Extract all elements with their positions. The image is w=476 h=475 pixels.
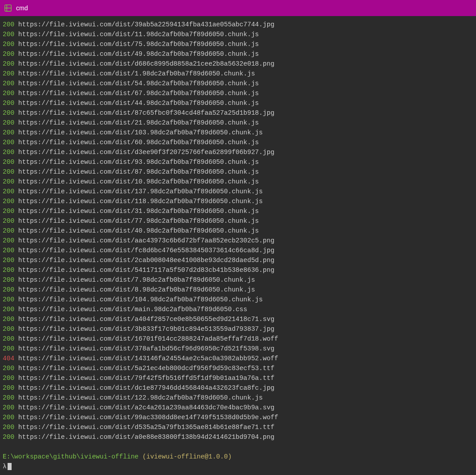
status-code: 200 [3, 267, 14, 274]
status-code: 200 [3, 365, 14, 372]
log-line: 200 https://file.iviewui.com/dist/7.98dc… [3, 275, 473, 285]
log-url: https://file.iviewui.com/dist/8.98dc2afb… [18, 286, 255, 293]
status-code: 200 [3, 414, 14, 421]
status-code: 200 [3, 345, 14, 352]
log-url: https://file.iviewui.com/dist/2cab008048… [18, 257, 274, 264]
log-line: 200 https://file.iviewui.com/dist/a0e88e… [3, 432, 473, 442]
status-code: 200 [3, 276, 14, 283]
log-line: 200 https://file.iviewui.com/dist/49.98d… [3, 49, 473, 59]
status-code: 200 [3, 394, 14, 401]
status-code: 200 [3, 286, 14, 293]
log-url: https://file.iviewui.com/dist/77.98dc2af… [18, 217, 259, 225]
status-code: 200 [3, 21, 14, 28]
log-line: 200 https://file.iviewui.com/dist/3b833f… [3, 324, 473, 334]
log-url: https://file.iviewui.com/dist/d3ee90f3f2… [18, 149, 274, 156]
log-line: 200 https://file.iviewui.com/dist/31.98d… [3, 206, 473, 216]
status-code: 200 [3, 31, 14, 38]
log-line: 200 https://file.iviewui.com/dist/122.98… [3, 393, 473, 403]
log-line: 200 https://file.iviewui.com/dist/10.98d… [3, 177, 473, 187]
log-line: 200 https://file.iviewui.com/dist/d686c8… [3, 59, 473, 69]
status-code: 200 [3, 316, 14, 323]
log-line: 200 https://file.iviewui.com/dist/378afa… [3, 344, 473, 354]
log-line: 200 https://file.iviewui.com/dist/87c65f… [3, 108, 473, 118]
status-code: 404 [3, 355, 14, 362]
log-line: 200 https://file.iviewui.com/dist/104.98… [3, 295, 473, 304]
status-code: 200 [3, 158, 14, 166]
log-line: 200 https://file.iviewui.com/dist/a404f2… [3, 314, 473, 324]
cursor [8, 463, 12, 470]
prompt-symbol: λ [3, 463, 7, 470]
status-code: 200 [3, 70, 14, 77]
log-line: 200 https://file.iviewui.com/dist/87.98d… [3, 167, 473, 177]
log-url: https://file.iviewui.com/dist/54117117a5… [18, 267, 274, 274]
status-code: 200 [3, 60, 14, 67]
status-code: 200 [3, 404, 14, 411]
log-url: https://file.iviewui.com/dist/d535a25a79… [18, 424, 274, 431]
titlebar: cmd [0, 0, 476, 16]
log-line: 200 https://file.iviewui.com/dist/d535a2… [3, 422, 473, 432]
status-code: 200 [3, 50, 14, 58]
status-code: 200 [3, 375, 14, 382]
terminal-output[interactable]: 200 https://file.iviewui.com/dist/39ab5a… [0, 16, 476, 475]
log-line: 200 https://file.iviewui.com/dist/118.98… [3, 196, 473, 206]
log-line: 200 https://file.iviewui.com/dist/39ab5a… [3, 20, 473, 29]
status-code: 200 [3, 433, 14, 441]
log-line: 200 https://file.iviewui.com/dist/21.98d… [3, 118, 473, 128]
log-url: https://file.iviewui.com/dist/21.98dc2af… [18, 119, 259, 126]
cmd-icon [4, 4, 12, 12]
log-url: https://file.iviewui.com/dist/a0e88e8380… [18, 433, 274, 441]
log-line: 200 https://file.iviewui.com/dist/99ac33… [3, 412, 473, 422]
log-url: https://file.iviewui.com/dist/5a21ec4eb8… [18, 365, 274, 372]
log-line: 200 https://file.iviewui.com/dist/a2c4a2… [3, 403, 473, 412]
status-code: 200 [3, 217, 14, 225]
status-code: 200 [3, 41, 14, 48]
log-url: https://file.iviewui.com/dist/93.98dc2af… [18, 158, 259, 166]
log-url: https://file.iviewui.com/dist/main.98dc2… [18, 306, 247, 313]
log-line: 200 https://file.iviewui.com/dist/2cab00… [3, 255, 473, 265]
log-url: https://file.iviewui.com/dist/16701f014c… [18, 335, 278, 342]
log-line: 200 https://file.iviewui.com/dist/75.98d… [3, 39, 473, 49]
log-line: 200 https://file.iviewui.com/dist/77.98d… [3, 216, 473, 226]
log-line: 200 https://file.iviewui.com/dist/40.98d… [3, 226, 473, 236]
log-line: 200 https://file.iviewui.com/dist/11.98d… [3, 29, 473, 39]
log-line: 200 https://file.iviewui.com/dist/main.9… [3, 304, 473, 314]
log-line: 200 https://file.iviewui.com/dist/aac439… [3, 236, 473, 246]
log-url: https://file.iviewui.com/dist/10.98dc2af… [18, 178, 259, 185]
log-url: https://file.iviewui.com/dist/1.98dc2afb… [18, 70, 255, 77]
log-line: 200 https://file.iviewui.com/dist/fc8d6b… [3, 246, 473, 255]
status-code: 200 [3, 149, 14, 156]
log-line: 404 https://file.iviewui.com/dist/143146… [3, 354, 473, 363]
log-line: 200 https://file.iviewui.com/dist/1.98dc… [3, 69, 473, 79]
log-url: https://file.iviewui.com/dist/104.98dc2a… [18, 296, 263, 303]
status-code: 200 [3, 296, 14, 303]
titlebar-text: cmd [16, 4, 28, 12]
status-code: 200 [3, 227, 14, 234]
log-url: https://file.iviewui.com/dist/79f42f5fb5… [18, 375, 274, 382]
log-url: https://file.iviewui.com/dist/aac43973c6… [18, 237, 274, 244]
log-url: https://file.iviewui.com/dist/d686c8995d… [18, 60, 274, 67]
log-url: https://file.iviewui.com/dist/49.98dc2af… [18, 50, 259, 58]
log-line: 200 https://file.iviewui.com/dist/137.98… [3, 187, 473, 196]
log-url: https://file.iviewui.com/dist/fc8d6bc476… [18, 247, 274, 254]
log-url: https://file.iviewui.com/dist/44.98dc2af… [18, 100, 259, 107]
status-code: 200 [3, 335, 14, 342]
log-url: https://file.iviewui.com/dist/11.98dc2af… [18, 31, 259, 38]
log-url: https://file.iviewui.com/dist/a404f2857c… [18, 316, 274, 323]
log-url: https://file.iviewui.com/dist/75.98dc2af… [18, 41, 259, 48]
status-code: 200 [3, 325, 14, 333]
status-code: 200 [3, 168, 14, 175]
log-url: https://file.iviewui.com/dist/103.98dc2a… [18, 129, 263, 136]
log-url: https://file.iviewui.com/dist/31.98dc2af… [18, 208, 259, 215]
status-code: 200 [3, 257, 14, 264]
log-url: https://file.iviewui.com/dist/3b833f17c9… [18, 325, 274, 333]
status-code: 200 [3, 129, 14, 136]
prompt-package: (iviewui-offline@1.0.0) [142, 453, 232, 460]
log-url: https://file.iviewui.com/dist/143146fa24… [18, 355, 278, 362]
prompt-line: E:\workspace\github\iviewui-offline (ivi… [3, 452, 473, 462]
status-code: 200 [3, 90, 14, 97]
status-code: 200 [3, 208, 14, 215]
log-url: https://file.iviewui.com/dist/40.98dc2af… [18, 227, 259, 234]
status-code: 200 [3, 109, 14, 117]
prompt-input-line[interactable]: λ [3, 462, 473, 471]
status-code: 200 [3, 139, 14, 146]
